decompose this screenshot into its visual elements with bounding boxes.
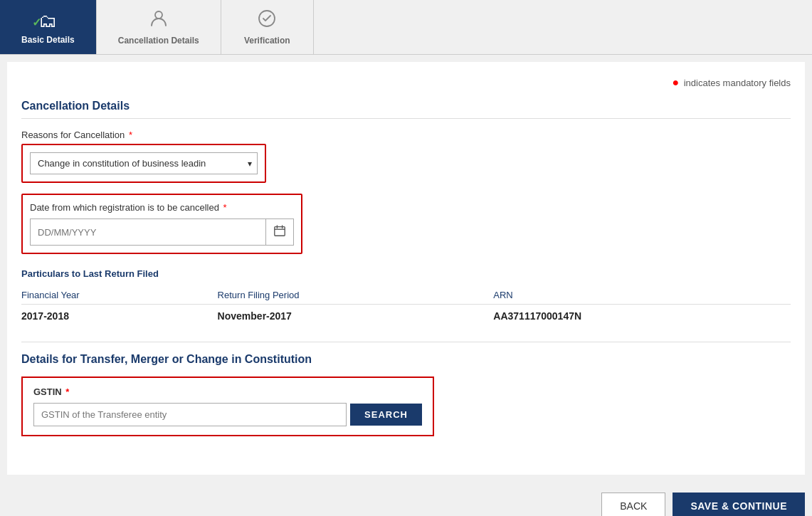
mandatory-dot: ● (672, 76, 679, 88)
reasons-required-star: * (129, 130, 132, 140)
calendar-icon[interactable] (265, 219, 293, 245)
particulars-section: Particulars to Last Return Filed Financi… (21, 268, 791, 327)
gstin-required-star: * (65, 386, 69, 397)
gstin-container: GSTIN * SEARCH (21, 377, 434, 436)
gstin-label: GSTIN * (33, 386, 422, 397)
person-icon (149, 9, 169, 33)
briefcase-icon: 🗂 ✓ (38, 10, 57, 32)
step-verification[interactable]: Verification (221, 0, 314, 54)
step-verification-label: Verification (244, 36, 290, 46)
col-return-filing-period: Return Filing Period (218, 286, 494, 305)
step-basic-details-label: Basic Details (21, 35, 75, 45)
step-cancellation-details[interactable]: Cancellation Details (97, 0, 221, 54)
reasons-group: Reasons for Cancellation * Change in con… (21, 130, 791, 183)
col-arn: ARN (493, 286, 791, 305)
mandatory-note: ● indicates mandatory fields (21, 76, 791, 89)
financial-year-value: 2017-2018 (21, 305, 218, 328)
step-basic-details[interactable]: 🗂 ✓ Basic Details (0, 0, 97, 54)
reasons-select[interactable]: Change in constitution of business leadi… (30, 152, 258, 174)
date-required-star: * (223, 202, 227, 213)
arn-value: AA371117000147N (493, 305, 791, 328)
transfer-section-title: Details for Transfer, Merger or Change i… (21, 353, 791, 366)
bottom-bar: BACK SAVE & CONTINUE (0, 482, 812, 516)
reasons-label: Reasons for Cancellation * (21, 130, 791, 140)
transfer-section: Details for Transfer, Merger or Change i… (21, 342, 791, 436)
main-content: ● indicates mandatory fields Cancellatio… (7, 62, 805, 475)
step-cancellation-label: Cancellation Details (118, 36, 199, 46)
return-filing-period-value: November-2017 (218, 305, 494, 328)
date-field-label: Date from which registration is to be ca… (30, 202, 294, 213)
search-button[interactable]: SEARCH (350, 404, 422, 426)
cancellation-details-title: Cancellation Details (21, 100, 791, 119)
col-financial-year: Financial Year (21, 286, 218, 305)
particulars-label: Particulars to Last Return Filed (21, 268, 791, 279)
check-circle-icon (257, 9, 277, 33)
back-button[interactable]: BACK (601, 493, 665, 516)
date-input-wrapper (30, 218, 294, 246)
reasons-select-wrapper: Change in constitution of business leadi… (30, 152, 258, 174)
svg-rect-2 (275, 227, 285, 236)
gstin-input-row: SEARCH (33, 403, 422, 426)
check-mark: ✓ (32, 16, 41, 29)
save-continue-button[interactable]: SAVE & CONTINUE (673, 493, 805, 516)
reasons-select-container: Change in constitution of business leadi… (21, 144, 266, 183)
svg-point-0 (155, 11, 162, 19)
mandatory-note-text: indicates mandatory fields (684, 78, 791, 88)
particulars-table: Financial Year Return Filing Period ARN … (21, 286, 791, 327)
stepper: 🗂 ✓ Basic Details Cancellation Details V… (0, 0, 812, 55)
gstin-input[interactable] (33, 403, 347, 426)
particulars-row: 2017-2018 November-2017 AA371117000147N (21, 305, 791, 328)
date-group: Date from which registration is to be ca… (21, 194, 791, 254)
date-input[interactable] (31, 222, 265, 243)
date-field-container: Date from which registration is to be ca… (21, 194, 302, 254)
